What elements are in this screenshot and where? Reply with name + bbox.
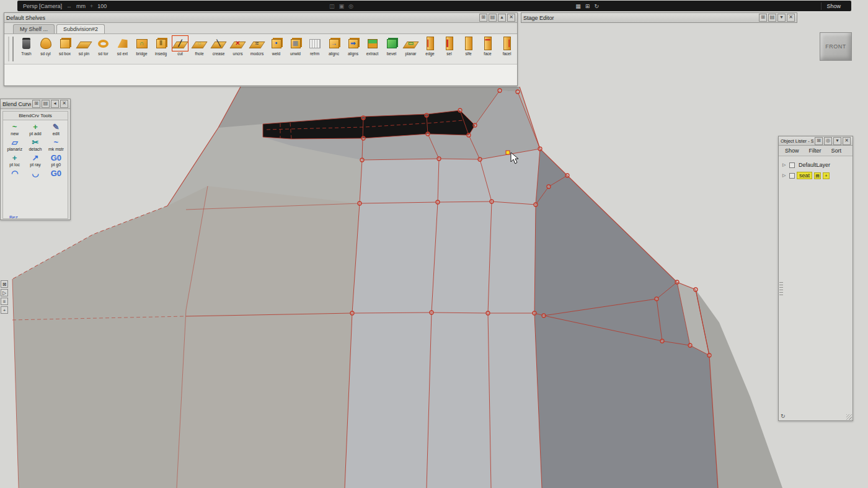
layer-action-button[interactable]: + [823, 172, 830, 179]
layer-checkbox[interactable] [789, 162, 795, 168]
shelf-tool-sd-pln[interactable]: sd pln [74, 36, 94, 56]
blendcrv-tool-new[interactable]: ~new [4, 122, 25, 136]
expand-arrow-icon[interactable]: ▷ [782, 173, 787, 178]
menu-show[interactable]: Show [785, 148, 799, 154]
camera-title[interactable]: Persp [Camera] [23, 3, 62, 9]
blendcrv-tool-extra[interactable]: ◠ [4, 169, 25, 178]
frame-selected-icon[interactable]: ▣ [339, 3, 344, 9]
mesh-vertex[interactable] [490, 200, 494, 203]
blendcrv-tool-pt-loc[interactable]: +pt loc [4, 153, 25, 167]
blendcrv-tool-pt-g0[interactable]: G0pt g0 [46, 153, 66, 167]
mesh-vertex[interactable] [707, 353, 711, 357]
blendcrv-tool-extra[interactable]: G0 [46, 169, 66, 178]
blendcrv-tool-mk-mstr[interactable]: ~mk mstr [46, 138, 66, 151]
shelf-tool-uncrs[interactable]: ✕uncrs [228, 36, 247, 56]
grid-toggle-icon[interactable]: ▦ [575, 3, 581, 9]
units-label[interactable]: mm [76, 3, 86, 9]
toolbar-grip[interactable] [8, 37, 14, 61]
shelf-tool-planar[interactable]: ▭planar [401, 36, 420, 56]
object-lister-titlebar[interactable]: Object Lister - S ⊞ ◎ ▾ ✕ [779, 136, 852, 146]
shelf-tool-face[interactable]: ▔face [478, 36, 497, 56]
collapse-icon[interactable]: ◂ [51, 100, 59, 108]
mesh-vertex[interactable] [516, 90, 520, 94]
show-button[interactable]: Show [821, 2, 846, 10]
bez-link[interactable]: Bez [9, 215, 18, 219]
list-icon[interactable]: ≡ [1, 298, 8, 305]
tab-my-shelf[interactable]: My Shelf ... [13, 24, 55, 33]
mesh-vertex[interactable] [350, 311, 354, 315]
blendcrv-tool-pt-add[interactable]: +pt add [25, 122, 45, 136]
mesh-vertex[interactable] [360, 158, 364, 162]
mesh-vertex[interactable] [361, 136, 365, 140]
blendcrv-tool-edit[interactable]: ✎edit [46, 122, 66, 136]
frame-all-icon[interactable]: ◫ [329, 3, 335, 9]
mesh-vertex[interactable] [660, 339, 664, 343]
mesh-vertex[interactable] [467, 133, 471, 137]
mesh-face-center-panel[interactable] [345, 149, 542, 488]
shelf-tool-sd-cyl[interactable]: sd cyl [36, 36, 55, 56]
resize-grip[interactable] [846, 414, 852, 420]
mesh-vertex[interactable] [694, 288, 698, 291]
shelf-tool-cut[interactable]: ╱cut [170, 36, 190, 56]
mesh-vertex[interactable] [675, 280, 679, 284]
blendcrv-tool-planariz[interactable]: ▱planariz [4, 138, 25, 151]
menu-icon[interactable]: ▤ [42, 100, 50, 108]
dock-icon[interactable]: ⊞ [759, 14, 767, 22]
layer-action-button[interactable]: ▤ [814, 172, 821, 179]
collapse-icon[interactable]: ▾ [833, 137, 841, 145]
layer-row-DefaultLayer[interactable]: ▷DefaultLayer [780, 161, 851, 169]
zoom-icon[interactable]: ◎ [348, 3, 353, 9]
collapse-icon[interactable]: ▴ [498, 14, 506, 22]
shelf-tool-crease[interactable]: ╲crease [209, 36, 228, 56]
mesh-vertex[interactable] [430, 311, 433, 314]
shelf-tool-fhole[interactable]: ◌fhole [190, 36, 209, 56]
refresh-icon[interactable]: ↻ [781, 413, 786, 419]
layer-name[interactable]: seat [797, 172, 812, 179]
shelf-tool-sd-ext[interactable]: sd ext [113, 36, 132, 56]
shelf-tool-insedg[interactable]: ‖insedg [151, 36, 170, 56]
menu-icon[interactable]: ▤ [489, 14, 497, 22]
mesh-vertex[interactable] [565, 174, 569, 177]
dock-icon[interactable]: ⊞ [479, 14, 487, 22]
panel-splitter[interactable] [779, 280, 783, 295]
expand-arrow-icon[interactable]: ▷ [782, 162, 787, 167]
pan-icon[interactable]: ↔ [66, 3, 72, 9]
shelf-tool-Trash[interactable]: Trash [17, 36, 36, 56]
close-icon[interactable]: ✕ [843, 137, 851, 145]
shelf-tool-sd-box[interactable]: sd box [55, 36, 74, 56]
tab-subdivision[interactable]: Subdivision#2 [56, 24, 105, 33]
mesh-vertex[interactable] [534, 203, 538, 206]
dock-icon[interactable]: ⊞ [32, 100, 40, 108]
view-cube-front[interactable]: FRONT [820, 32, 852, 61]
menu-sort[interactable]: Sort [831, 148, 842, 154]
mesh-vertex[interactable] [426, 132, 430, 136]
shelf-tool-slfe[interactable]: slfe [459, 36, 478, 56]
shelf-tool-refrm[interactable]: refrm [305, 36, 324, 56]
mesh-vertex[interactable] [473, 123, 477, 127]
blend-curve-titlebar[interactable]: Blend Curve ⊞ ▤ ◂ ✕ [1, 99, 70, 109]
menu-icon[interactable]: ▤ [768, 14, 776, 22]
mesh-face-left-far-panel[interactable] [12, 186, 208, 488]
layer-checkbox[interactable] [789, 173, 795, 179]
mesh-vertex[interactable] [486, 311, 490, 315]
mesh-vertex[interactable] [425, 113, 428, 117]
layout-icon[interactable]: ⊞ [585, 3, 590, 9]
snap-value[interactable]: 100 [97, 3, 107, 9]
collapse-icon[interactable]: ▾ [777, 14, 786, 22]
shelf-tool-bevel[interactable]: bevel [382, 36, 401, 56]
close-view-icon[interactable]: ⊠ [1, 280, 8, 288]
dock-icon[interactable]: ⊞ [815, 137, 823, 145]
blendcrv-tool-pt-ray[interactable]: ↗pt ray [25, 153, 45, 167]
shelf-tool-unwld[interactable]: ▦unwld [286, 36, 305, 56]
shelf-tool-alignc[interactable]: →alignc [324, 36, 343, 56]
menu-filter[interactable]: Filter [809, 148, 822, 154]
mesh-vertex[interactable] [458, 109, 462, 112]
shelf-tool-sel[interactable]: ▎sel [440, 36, 459, 56]
layer-row-seat[interactable]: ▷seat▤+ [780, 171, 851, 180]
mesh-vertex[interactable] [498, 89, 502, 92]
shelf-tool-facel[interactable]: ▕facel [497, 36, 516, 56]
layer-name[interactable]: DefaultLayer [797, 162, 832, 168]
close-icon[interactable]: ✕ [507, 14, 515, 22]
mesh-vertex[interactable] [533, 311, 536, 315]
close-icon[interactable]: ✕ [787, 14, 795, 22]
